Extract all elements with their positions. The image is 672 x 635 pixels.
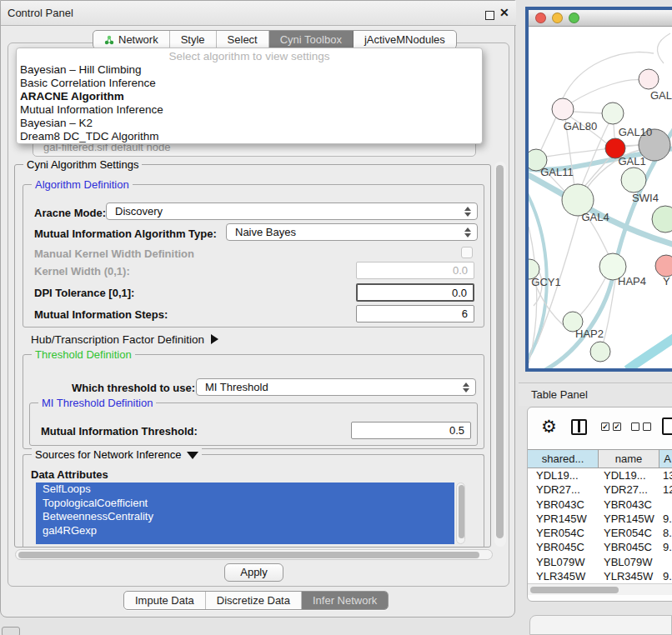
aracne-mode-combo[interactable]: Discovery — [106, 202, 478, 220]
column-header[interactable]: A — [659, 450, 672, 468]
table-row[interactable]: YPR145WYPR145W9. — [528, 512, 672, 526]
tab-label: Style — [181, 33, 205, 46]
unchecked-checkbox-icon[interactable] — [631, 422, 639, 431]
kernel-width-label: Kernel Width (0,1): — [34, 265, 130, 278]
dpi-tolerance-label: DPI Tolerance [0,1]: — [34, 287, 134, 299]
mi-steps-label: Mutual Information Steps: — [34, 308, 168, 321]
node-label: GAL — [650, 89, 672, 102]
which-threshold-value: MI Threshold — [205, 381, 268, 393]
gear-icon[interactable]: ⚙ — [541, 417, 557, 437]
table-toolbar: ⚙ ✓ ✓ — [528, 414, 672, 446]
tab-network[interactable]: Network — [93, 31, 170, 48]
mi-type-label: Mutual Information Algorithm Type: — [34, 228, 217, 240]
attribute-item-selected[interactable]: TopologicalCoefficient — [36, 497, 454, 511]
checked-checkbox-icon[interactable]: ✓ — [601, 422, 609, 431]
algorithm-option[interactable]: Dream8 DC_TDC Algorithm — [17, 130, 482, 143]
network-window-titlebar — [529, 10, 672, 27]
graph-node-top-pink[interactable] — [639, 69, 659, 89]
graph-node-right-green[interactable] — [652, 206, 672, 232]
table-row[interactable]: YDR27...YDR27...12 — [528, 482, 672, 497]
graph-node-swi4[interactable] — [621, 168, 646, 192]
table-cell: YBL079W — [528, 555, 599, 569]
columns-icon[interactable] — [571, 419, 587, 435]
column-header[interactable]: name — [599, 450, 659, 468]
algorithm-option[interactable]: ARACNE Algorithm — [17, 90, 482, 103]
mi-threshold-field[interactable]: 0.5 — [351, 422, 471, 439]
attributes-list-scrollbar[interactable] — [456, 482, 465, 544]
tab-discretize-data[interactable]: Discretize Data — [206, 592, 302, 609]
tab-select[interactable]: Select — [217, 31, 269, 48]
kernel-width-field[interactable]: 0.0 — [356, 262, 474, 279]
table-body: YDL19...YDL19...13YDR27...YDR27...12YBR0… — [528, 468, 672, 583]
graph-node-gal80[interactable] — [552, 98, 574, 120]
float-window-icon[interactable] — [485, 11, 494, 20]
data-attributes-label: Data Attributes — [31, 468, 108, 481]
hub-definition-toggle[interactable]: Hub/Transcription Factor Definition — [31, 333, 218, 346]
settings-vertical-scrollbar[interactable] — [494, 162, 506, 547]
table-row[interactable]: YDL19...YDL19...13 — [528, 468, 672, 482]
graph-node-bottom[interactable] — [590, 342, 610, 362]
mi-type-value: Naive Bayes — [235, 226, 296, 238]
sources-group-title[interactable]: Sources for Network Inference — [32, 448, 202, 461]
algorithm-option[interactable]: Bayesian – Hill Climbing — [17, 63, 482, 77]
which-threshold-combo[interactable]: MI Threshold — [196, 378, 476, 396]
attribute-item-selected[interactable]: gal4RGexp — [36, 524, 454, 538]
algorithm-definition-title: Algorithm Definition — [32, 178, 133, 191]
tab-infer-network[interactable]: Infer Network — [302, 592, 388, 609]
table-row[interactable]: YBR045CYBR045C9. — [528, 540, 672, 554]
document-icon[interactable] — [662, 418, 672, 435]
node-label: GAL4 — [581, 211, 609, 223]
control-panel-tabs: NetworkStyleSelectCyni ToolboxjActiveMNo… — [93, 30, 457, 49]
attribute-item-selected[interactable]: SelfLoops — [36, 482, 454, 497]
table-cell — [659, 498, 672, 512]
graph-node-y-salmon[interactable] — [655, 255, 672, 277]
mi-type-combo[interactable]: Naive Bayes — [226, 223, 478, 241]
tab-impute-data[interactable]: Impute Data — [124, 592, 206, 609]
tab-label: Cyni Toolbox — [280, 33, 342, 46]
apply-button[interactable]: Apply — [224, 563, 283, 582]
close-icon[interactable]: ✕ — [499, 6, 509, 19]
table-horizontal-scrollbar[interactable] — [528, 583, 672, 595]
zoom-traffic-light-icon[interactable] — [569, 12, 579, 23]
graph-node-gal10[interactable] — [602, 102, 624, 124]
attribute-item-selected[interactable]: BetweennessCentrality — [36, 510, 454, 524]
control-panel-titlebar — [1, 1, 516, 26]
tab-label: jActiveMNodules — [364, 33, 445, 46]
tab-jactivemnodules[interactable]: jActiveMNodules — [354, 31, 456, 48]
settings-horizontal-scrollbar[interactable] — [15, 549, 493, 560]
table-panel-title: Table Panel — [531, 388, 588, 401]
table-row[interactable]: YLR345WYLR345W9. — [528, 569, 672, 583]
dpi-tolerance-field[interactable]: 0.0 — [356, 283, 474, 302]
table-cell: 8. — [659, 526, 672, 540]
table-row[interactable]: YBL079WYBL079W — [528, 555, 672, 569]
table-cell: YLR345W — [528, 569, 599, 583]
algorithm-option[interactable]: Basic Correlation Inference — [17, 77, 482, 90]
tab-label: Network — [118, 33, 158, 46]
table-cell: 13 — [659, 468, 672, 482]
checked-checkbox-icon[interactable]: ✓ — [613, 422, 621, 431]
combo-stepper-icon — [463, 382, 469, 392]
algorithm-option[interactable]: Mutual Information Inference — [17, 103, 482, 117]
manual-kernel-checkbox[interactable] — [461, 247, 473, 258]
unchecked-checkbox-icon[interactable] — [643, 422, 651, 431]
mi-steps-field[interactable]: 6 — [356, 305, 474, 322]
node-label: GAL10 — [619, 126, 652, 138]
table-header-row: shared...nameA — [528, 449, 672, 468]
attribute-item-partial[interactable] — [36, 538, 454, 544]
tab-cyni-toolbox[interactable]: Cyni Toolbox — [269, 31, 354, 48]
aracne-mode-label: Aracne Mode: — [34, 207, 106, 219]
table-row[interactable]: YBR043CYBR043C — [528, 498, 672, 512]
tab-label: Impute Data — [135, 594, 194, 607]
column-header[interactable]: shared... — [528, 450, 599, 468]
mi-threshold-label: Mutual Information Threshold: — [41, 425, 198, 438]
network-graph-canvas[interactable]: GALGAL80GAL10GAL1GAL11SWI4GAL4GCY1HAP4YH… — [529, 27, 672, 368]
algorithm-option[interactable]: Bayesian – K2 — [17, 117, 482, 130]
tab-style[interactable]: Style — [170, 31, 217, 48]
table-cell: YDR27... — [528, 482, 599, 497]
table-cell — [659, 555, 672, 569]
close-traffic-light-icon[interactable] — [535, 12, 546, 23]
minimize-traffic-light-icon[interactable] — [552, 12, 563, 23]
table-row[interactable]: YER054CYER054C8. — [528, 526, 672, 540]
table-cell: YBR043C — [599, 498, 659, 512]
minimized-panel-chip[interactable] — [2, 627, 20, 635]
